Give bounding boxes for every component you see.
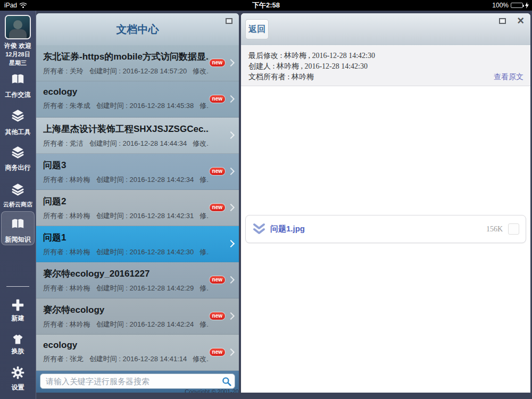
doc-title: 问题1 [43, 231, 209, 244]
new-badge: new [210, 204, 225, 211]
sidebar-item-settings[interactable] [0, 365, 36, 382]
layers-icon [11, 182, 25, 197]
document-owner: 文档所有者 : 林吟梅 [248, 72, 523, 82]
search-icon[interactable] [222, 377, 231, 386]
avatar[interactable] [5, 15, 31, 39]
document-list: 东北证券-https的mobile方式访问数据显... 所有者 : 关玲 创建时… [36, 45, 239, 371]
doc-title: 问题3 [43, 159, 209, 171]
battery-percent: 100% [492, 2, 509, 9]
sidebar-label-business-travel[interactable]: 商务出行 [0, 163, 36, 172]
copyright-text: Copyright © 2001-20 [185, 388, 239, 393]
sidebar-label-work-exchange[interactable]: 工作交流 [0, 90, 36, 99]
detail-header: 返回 × [241, 13, 530, 45]
search-bar-strip: Copyright © 2001-20 [36, 371, 239, 393]
chevron-right-icon [227, 59, 235, 66]
maximize-icon[interactable] [499, 18, 506, 24]
book-icon [11, 217, 25, 231]
view-original-link[interactable]: 查看原文 [494, 72, 523, 82]
doc-title: ecology [43, 340, 209, 351]
doc-meta: 所有者 : 林吟梅 创建时间 : 2016-12-28 14:42:24 修..… [43, 320, 209, 329]
app-screen: iPad 下午2:58 100% 许俊 欢迎 12月28日 星期三 [0, 0, 532, 399]
chevron-right-icon [227, 203, 235, 211]
doc-title: 问题2 [43, 195, 209, 207]
new-badge: new [210, 276, 225, 284]
doc-row[interactable]: 问题2 所有者 : 林吟梅 创建时间 : 2016-12-28 14:42:31… [36, 190, 239, 226]
chevron-right-icon [227, 131, 235, 138]
chevron-right-icon [227, 348, 235, 355]
sidebar-divider [6, 286, 29, 287]
sidebar-label-new[interactable]: 新建 [0, 314, 36, 323]
doc-row[interactable]: 问题3 所有者 : 林吟梅 创建时间 : 2016-12-28 14:42:34… [36, 154, 239, 190]
chevron-right-icon [227, 312, 235, 319]
sidebar-item-cloud-store[interactable] [0, 182, 36, 199]
doc-meta: 所有者 : 林吟梅 创建时间 : 2016-12-28 14:42:34 修..… [43, 175, 209, 185]
last-modified: 最后修改 : 林吟梅 , 2016-12-28 14:42:30 [248, 51, 523, 61]
doc-meta: 所有者 : 党洁 创建时间 : 2016-12-28 14:44:34 修改..… [43, 139, 209, 148]
doc-title: 赛尔特ecology [43, 304, 209, 316]
book-icon [11, 72, 25, 87]
back-button[interactable]: 返回 [245, 19, 269, 39]
doc-meta: 所有者 : 张龙 创建时间 : 2016-12-28 14:41:14 修改..… [43, 354, 209, 364]
new-badge: new [210, 348, 225, 356]
sidebar-item-skin[interactable] [0, 332, 36, 348]
layers-icon [11, 109, 25, 123]
charging-bolt-icon [525, 2, 529, 9]
doc-row[interactable]: 东北证券-https的mobile方式访问数据显... 所有者 : 关玲 创建时… [36, 45, 239, 81]
chevron-right-icon [227, 95, 235, 102]
sidebar-label-skin[interactable]: 换肤 [0, 347, 36, 356]
panel-title: 文档中心 [36, 13, 239, 45]
new-badge: new [210, 168, 225, 175]
chevron-right-icon [227, 239, 235, 247]
document-center-panel: 文档中心 东北证券-https的mobile方式访问数据显... 所有者 : 关… [36, 13, 239, 393]
doc-meta: 所有者 : 林吟梅 创建时间 : 2016-12-28 14:42:30 修..… [43, 247, 209, 257]
download-icon [252, 223, 266, 236]
sidebar-item-other-tools[interactable] [0, 109, 36, 125]
tshirt-icon [11, 332, 25, 346]
user-name: 许俊 欢迎 [0, 41, 36, 51]
attachment-size: 156K [486, 225, 503, 234]
doc-meta: 所有者 : 关玲 创建时间 : 2016-12-28 14:57:20 修改..… [43, 66, 209, 76]
new-badge: new [210, 59, 225, 66]
clock: 下午2:58 [0, 1, 532, 10]
status-bar: iPad 下午2:58 100% [0, 0, 532, 11]
sidebar-item-business-travel[interactable] [0, 145, 36, 162]
attachment-checkbox[interactable] [508, 223, 519, 235]
doc-row[interactable]: 赛尔特ecology 所有者 : 林吟梅 创建时间 : 2016-12-28 1… [36, 298, 239, 335]
document-detail-panel: 返回 × 最后修改 : 林吟梅 , 2016-12-28 14:42:30 创建… [241, 13, 530, 393]
gear-icon [11, 365, 25, 380]
sidebar-label-news-knowledge[interactable]: 新闻知识 [0, 235, 36, 244]
sidebar-label-settings[interactable]: 设置 [0, 383, 36, 392]
doc-row[interactable]: ecology 所有者 : 朱孝成 创建时间 : 2016-12-28 14:4… [36, 81, 239, 118]
document-center-header: 文档中心 [36, 13, 239, 45]
user-weekday: 星期三 [0, 59, 36, 67]
attachment-filename[interactable]: 问题1.jpg [270, 224, 305, 234]
creator: 创建人 : 林吟梅 , 2016-12-28 14:42:30 [248, 61, 523, 72]
sidebar-item-work-exchange[interactable] [0, 72, 36, 89]
sidebar-label-cloud-store[interactable]: 云桥云商店 [0, 201, 36, 209]
maximize-icon[interactable] [226, 18, 232, 24]
doc-row[interactable]: 赛尔特ecology_20161227 所有者 : 林吟梅 创建时间 : 201… [36, 262, 239, 298]
new-badge: new [210, 312, 225, 320]
doc-row[interactable]: 问题1 所有者 : 林吟梅 创建时间 : 2016-12-28 14:42:30… [36, 226, 239, 262]
doc-row[interactable]: 上海星杰设计装饰工程SHXJSJZSGCec... 所有者 : 党洁 创建时间 … [36, 118, 239, 154]
close-icon[interactable]: × [517, 15, 524, 27]
layers-icon [11, 145, 25, 160]
doc-title: ecology [43, 87, 209, 97]
doc-meta: 所有者 : 林吟梅 创建时间 : 2016-12-28 14:42:31 修..… [43, 211, 209, 221]
sidebar-item-news-knowledge[interactable] [0, 217, 36, 234]
doc-title: 赛尔特ecology_20161227 [43, 268, 209, 280]
chevron-right-icon [227, 167, 235, 174]
doc-row[interactable]: ecology 所有者 : 张龙 创建时间 : 2016-12-28 14:41… [36, 335, 239, 371]
user-date: 12月28日 [0, 51, 36, 59]
doc-title: 上海星杰设计装饰工程SHXJSJZSGCec... [43, 123, 209, 135]
doc-meta: 所有者 : 朱孝成 创建时间 : 2016-12-28 14:45:38 修..… [43, 101, 209, 111]
document-meta: 最后修改 : 林吟梅 , 2016-12-28 14:42:30 创建人 : 林… [241, 45, 530, 86]
plus-icon [11, 298, 25, 312]
attachment-row[interactable]: 问题1.jpg 156K [245, 215, 526, 243]
sidebar-item-new[interactable] [0, 298, 36, 314]
search-input[interactable] [40, 373, 235, 389]
sidebar: 许俊 欢迎 12月28日 星期三 工作交流 其他工具 [0, 11, 36, 399]
doc-title: 东北证券-https的mobile方式访问数据显... [43, 51, 209, 63]
battery-icon [511, 3, 523, 8]
sidebar-label-other-tools[interactable]: 其他工具 [0, 128, 36, 137]
